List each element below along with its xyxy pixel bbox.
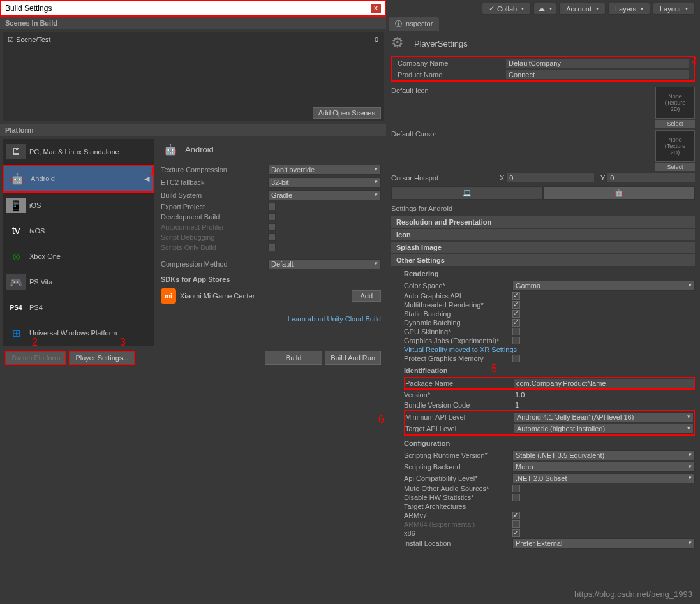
backend-dropdown[interactable]: Mono	[512, 462, 695, 472]
target-api-dropdown[interactable]: Automatic (highest installed)	[514, 424, 694, 434]
section-splash[interactable]: Splash Image	[391, 242, 695, 253]
gpu-skin-label: GPU Skinning*	[404, 328, 512, 335]
build-and-run-button[interactable]: Build And Run	[325, 351, 381, 365]
platform-uwp[interactable]: ⊞Universal Windows Platform	[3, 320, 154, 346]
windows-icon: ⊞	[6, 325, 26, 341]
tab-android[interactable]: 🤖	[543, 186, 695, 200]
multithread-checkbox[interactable]	[512, 301, 520, 309]
x86-label: x86	[404, 529, 512, 537]
platform-ps4[interactable]: PS4PS4	[3, 295, 154, 320]
platform-xbox[interactable]: ⊗Xbox One	[3, 244, 154, 269]
dynamic-batch-label: Dynamic Batching	[404, 319, 512, 327]
player-settings-button[interactable]: Player Settings...	[69, 351, 135, 365]
scene-row[interactable]: Scene/Test 0	[5, 34, 381, 45]
package-input[interactable]: com.Company.ProductName	[514, 379, 694, 388]
scenes-list[interactable]: Scene/Test 0 Add Open Scenes	[3, 32, 384, 121]
settings-for-label: Settings for Android	[386, 202, 700, 215]
platform-details: 1 🤖Android Texture Compression Don't ove…	[158, 139, 384, 346]
hotspot-label: Cursor Hotspot	[391, 174, 500, 182]
texture-compression-dropdown[interactable]: Don't override	[268, 165, 381, 175]
install-loc-dropdown[interactable]: Prefer External	[512, 538, 695, 549]
android-icon: 🤖	[161, 142, 180, 157]
dynamic-batch-checkbox[interactable]	[512, 319, 520, 327]
default-cursor-label: Default Cursor	[391, 130, 500, 138]
platform-list: 🖥PC, Mac & Linux Standalone 🤖Android◀ 📱i…	[3, 139, 154, 346]
add-sdk-button[interactable]: Add	[352, 290, 381, 302]
account-dropdown[interactable]: Account	[559, 3, 606, 15]
etc2-dropdown[interactable]: 32-bit	[268, 177, 381, 188]
psvita-icon: 🎮	[6, 274, 26, 290]
inspector-title: PlayerSettings	[414, 39, 468, 48]
bundle-label: Bundle Version Code	[404, 401, 512, 409]
disable-hw-checkbox[interactable]	[512, 494, 520, 501]
cursor-select-button[interactable]: Select	[655, 163, 695, 171]
hotspot-y-label: Y	[600, 174, 605, 182]
hotspot-x-input[interactable]: 0	[507, 173, 594, 182]
section-other[interactable]: Other Settings	[391, 254, 695, 266]
close-button[interactable]: ×	[371, 4, 381, 13]
protect-mem-checkbox[interactable]	[512, 355, 520, 362]
color-space-dropdown[interactable]: Gamma	[512, 281, 695, 291]
gpu-skin-checkbox[interactable]	[512, 328, 520, 335]
icon-slot[interactable]: None(Texture2D)	[655, 87, 695, 119]
identification-header: Identification	[391, 364, 700, 376]
inspector-tab[interactable]: Inspector	[389, 17, 439, 31]
cloud-button[interactable]: ☁	[533, 3, 556, 15]
x86-checkbox[interactable]	[512, 529, 520, 537]
compression-method-dropdown[interactable]: Default	[268, 259, 381, 269]
layers-dropdown[interactable]: Layers	[608, 3, 650, 15]
tvos-icon: tv	[6, 223, 26, 239]
min-api-dropdown[interactable]: Android 4.1 'Jelly Bean' (API level 16)	[514, 412, 694, 422]
icon-select-button[interactable]: Select	[655, 120, 695, 128]
layout-dropdown[interactable]: Layout	[653, 3, 695, 15]
platform-ios[interactable]: 📱iOS	[3, 193, 154, 218]
collab-dropdown[interactable]: ✓ Collab	[482, 3, 531, 15]
min-api-label: Minimum API Level	[405, 413, 514, 421]
sdk-header: SDKs for App Stores	[161, 276, 381, 283]
cloud-build-link[interactable]: Learn about Unity Cloud Build	[161, 315, 381, 323]
gfx-jobs-checkbox[interactable]	[512, 337, 520, 344]
build-button[interactable]: Build	[265, 351, 322, 365]
export-project-checkbox[interactable]	[268, 203, 276, 210]
multithread-label: Multithreaded Rendering*	[404, 301, 512, 309]
platform-psvita[interactable]: 🎮PS Vita	[3, 269, 154, 295]
target-arch-label: Target Architectures	[404, 503, 512, 510]
ios-icon: 📱	[6, 198, 26, 213]
build-system-dropdown[interactable]: Gradle	[268, 190, 381, 200]
version-label: Version*	[404, 391, 512, 399]
switch-platform-button[interactable]: Switch Platform	[5, 351, 66, 365]
ps4-icon: PS4	[6, 300, 26, 315]
version-input[interactable]: 1.0	[512, 390, 695, 399]
auto-gfx-checkbox[interactable]	[512, 292, 520, 300]
company-input[interactable]: DefaultCompany	[506, 59, 689, 68]
gfx-jobs-label: Graphics Jobs (Experimental)*	[404, 337, 512, 344]
window-title: Build Settings	[5, 4, 52, 13]
runtime-dropdown[interactable]: Stable (.NET 3.5 Equivalent)	[512, 450, 695, 460]
platform-android[interactable]: 🤖Android◀	[3, 165, 154, 193]
mute-audio-label: Mute Other Audio Sources*	[404, 485, 512, 492]
hotspot-y-input[interactable]: 0	[607, 173, 695, 182]
api-compat-dropdown[interactable]: .NET 2.0 Subset	[512, 473, 695, 483]
section-resolution[interactable]: Resolution and Presentation	[391, 216, 695, 228]
tab-standalone[interactable]: 💻	[391, 186, 543, 200]
platform-tvos[interactable]: tvtvOS	[3, 218, 154, 244]
unity-icon: ◀	[144, 175, 149, 183]
backend-label: Scripting Backend	[404, 463, 512, 471]
cursor-slot[interactable]: None(Texture2D)	[655, 130, 695, 162]
product-input[interactable]: Connect	[506, 70, 689, 79]
dev-build-checkbox[interactable]	[268, 213, 276, 221]
add-open-scenes-button[interactable]: Add Open Scenes	[313, 107, 381, 119]
mute-audio-checkbox[interactable]	[512, 485, 520, 492]
vr-link[interactable]: Virtual Reality moved to XR Settings	[404, 346, 517, 353]
bundle-input[interactable]: 1	[512, 401, 695, 409]
configuration-header: Configuration	[391, 437, 700, 448]
xiaomi-label: Xiaomi Mi Game Center	[180, 292, 255, 300]
android-icon: 🤖	[8, 171, 27, 186]
xiaomi-icon: mi	[161, 288, 176, 304]
static-batch-checkbox[interactable]	[512, 310, 520, 318]
window-title-bar: Build Settings ×	[0, 0, 386, 17]
platform-pc[interactable]: 🖥PC, Mac & Linux Standalone	[3, 139, 154, 165]
section-icon[interactable]: Icon	[391, 229, 695, 240]
build-system-label: Build System	[161, 191, 263, 199]
armv7-checkbox[interactable]	[512, 512, 520, 519]
